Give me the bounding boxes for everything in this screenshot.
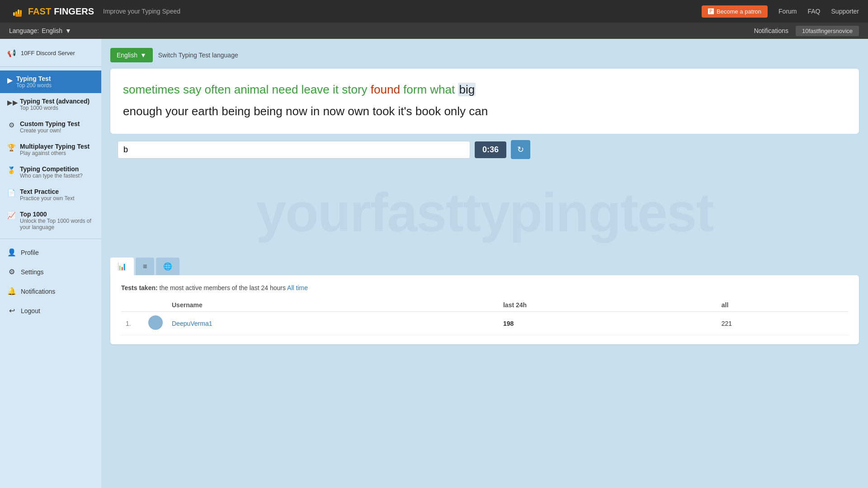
svg-rect-5 (15, 14, 22, 17)
top-navbar: FASTFINGERS Improve your Typing Speed 🅿 … (0, 0, 868, 23)
timer-badge: 0:36 (475, 141, 506, 158)
logout-label: Logout (21, 307, 40, 314)
avatar-header (144, 299, 167, 312)
stats-table: Username last 24h all 1. DeepuVerma1 (121, 299, 848, 335)
typing-words-line2: enough your earth being being now in now… (123, 101, 846, 121)
rank-cell: 1. (121, 312, 144, 335)
language-selector[interactable]: Language: English ▼ (9, 27, 71, 34)
sidebar-item-custom-typing-test[interactable]: ⚙ Custom Typing Test Create your own! (0, 116, 101, 138)
sidebar-item-discord[interactable]: 📢 10FF Discord Server (0, 43, 101, 63)
custom-title: Custom Typing Test (20, 120, 80, 127)
sidebar-item-settings[interactable]: ⚙ Settings (0, 262, 101, 282)
text-practice-sub: Practice your own Text (20, 195, 75, 202)
notifications-label: Notifications (21, 288, 55, 295)
word-being2: being (254, 104, 286, 118)
sidebar-item-typing-test[interactable]: ▶ Typing Test Top 200 words (0, 70, 101, 93)
stats-tabs: 📊 ≡ 🌐 (110, 258, 859, 275)
top1000-sub: Unlock the Top 1000 words of your langua… (20, 218, 94, 230)
word-book: book (415, 104, 444, 118)
custom-icon: ⚙ (7, 121, 15, 129)
content-area: English ▼ Switch Typing Test language so… (101, 39, 868, 488)
all-time-link[interactable]: All time (287, 284, 308, 291)
top1000-icon: 📈 (7, 211, 15, 220)
stats-table-header-row: Username last 24h all (121, 299, 848, 312)
advanced-content: Typing Test (advanced) Top 1000 words (20, 98, 90, 111)
forum-link[interactable]: Forum (778, 8, 797, 15)
lang-switch-button[interactable]: English ▼ (110, 48, 153, 62)
word-only: only (444, 104, 469, 118)
multiplayer-icon: 🏆 (7, 144, 15, 152)
profile-icon: 👤 (7, 248, 16, 257)
username-cell: DeepuVerma1 (167, 312, 499, 335)
become-patron-button[interactable]: 🅿 Become a patron (702, 5, 768, 18)
word-animal: animal (234, 83, 272, 96)
refresh-icon: ↻ (517, 145, 524, 154)
top1000-title: Top 1000 (20, 211, 94, 218)
patron-label: Become a patron (717, 8, 761, 15)
tagline: Improve your Typing Speed (103, 8, 180, 15)
logo-fingers: FINGERS (54, 6, 94, 17)
stats-container: Tests taken: the most active members of … (110, 275, 859, 344)
svg-point-0 (9, 3, 25, 19)
sidebar-item-text-practice[interactable]: 📄 Text Practice Practice your own Text (0, 183, 101, 206)
profile-label: Profile (21, 249, 39, 256)
multiplayer-title: Multiplayer Typing Test (20, 143, 90, 150)
word-form: form (403, 83, 430, 96)
stats-tab-list[interactable]: ≡ (136, 258, 154, 275)
notifications-link[interactable]: Notifications (747, 27, 796, 34)
typing-words-line1: sometimes say often animal need leave it… (123, 80, 846, 99)
word-can: can (469, 104, 488, 118)
typing-input[interactable] (118, 141, 470, 159)
sidebar-item-typing-competition[interactable]: 🥇 Typing Competition Who can type the fa… (0, 161, 101, 183)
refresh-button[interactable]: ↻ (511, 140, 530, 159)
typing-test-title: Typing Test (16, 75, 52, 82)
sidebar-item-profile[interactable]: 👤 Profile (0, 243, 101, 262)
lang-label: Language: (9, 27, 39, 34)
last24h-header: last 24h (499, 299, 717, 312)
all-cell: 221 (717, 312, 848, 335)
advanced-sub: Top 1000 words (20, 105, 90, 111)
sidebar-item-multiplayer[interactable]: 🏆 Multiplayer Typing Test Play against o… (0, 138, 101, 161)
multiplayer-sub: Play against others (20, 150, 90, 156)
lang-chevron-icon: ▼ (65, 27, 71, 34)
supporter-link[interactable]: Supporter (831, 8, 859, 15)
sidebar-item-top-1000[interactable]: 📈 Top 1000 Unlock the Top 1000 words of … (0, 206, 101, 235)
rank-header (121, 299, 144, 312)
lang-bar-right: Notifications 10fastfingersnovice (747, 26, 859, 36)
stats-tab-globe[interactable]: 🌐 (156, 258, 179, 275)
top1000-content: Top 1000 Unlock the Top 1000 words of yo… (20, 211, 94, 230)
sidebar-item-typing-test-advanced[interactable]: ▶▶ Typing Test (advanced) Top 1000 words (0, 93, 101, 116)
word-your: your (165, 104, 192, 118)
stats-description: the most active members of the last 24 h… (160, 284, 286, 291)
settings-icon: ⚙ (7, 267, 16, 276)
sidebar-item-logout[interactable]: ↩ Logout (0, 301, 101, 320)
word-often: often (205, 83, 234, 96)
discord-icon: 📢 (7, 49, 16, 57)
username-badge[interactable]: 10fastfingersnovice (796, 26, 859, 36)
typing-test-content: Typing Test Top 200 words (16, 75, 52, 89)
logo: FASTFINGERS (9, 3, 94, 19)
word-its: it's (398, 104, 415, 118)
typing-test-sub: Top 200 words (16, 82, 52, 89)
word-being1: being (222, 104, 254, 118)
word-now2: now (323, 104, 348, 118)
faq-link[interactable]: FAQ (808, 8, 821, 15)
logo-icon (9, 3, 25, 19)
watermark-area: yourfasttypingtest (110, 172, 859, 253)
word-story: story (342, 83, 371, 96)
sidebar-item-notifications[interactable]: 🔔 Notifications (0, 282, 101, 301)
advanced-icon: ▶▶ (7, 99, 15, 107)
text-practice-icon: 📄 (7, 189, 15, 197)
advanced-title: Typing Test (advanced) (20, 98, 90, 105)
word-own: own (348, 104, 373, 118)
stats-tab-bar-chart[interactable]: 📊 (110, 258, 134, 275)
nav-right: 🅿 Become a patron Forum FAQ Supporter (702, 5, 859, 18)
word-took: took (373, 104, 398, 118)
username-link[interactable]: DeepuVerma1 (172, 320, 212, 327)
word-earth: earth (192, 104, 222, 118)
word-big: big (458, 83, 476, 96)
stats-header: Tests taken: the most active members of … (121, 284, 848, 291)
text-practice-title: Text Practice (20, 188, 75, 195)
sidebar: 📢 10FF Discord Server ▶ Typing Test Top … (0, 39, 101, 488)
logout-icon: ↩ (7, 306, 16, 315)
